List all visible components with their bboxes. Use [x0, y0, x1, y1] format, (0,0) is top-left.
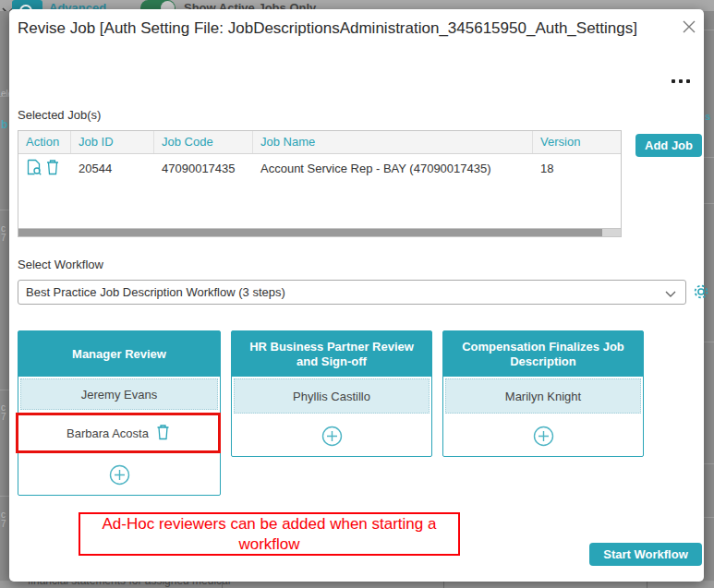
table-row: 20544 47090017435 Account Service Rep - …: [18, 154, 621, 182]
start-workflow-button[interactable]: Start Workflow: [589, 543, 702, 566]
table-header-row: Action Job ID Job Code Job Name Version: [18, 131, 621, 154]
bg-text-fragment: s: [705, 111, 710, 122]
close-icon[interactable]: [682, 19, 696, 34]
add-reviewer-button[interactable]: [232, 415, 431, 456]
column-header-version[interactable]: Version: [533, 131, 621, 153]
workflow-step-column: HR Business Partner Review and Sign-off …: [231, 330, 432, 457]
workflow-steps: Manager Review Jeremy Evans Barbara Acos…: [18, 330, 644, 496]
add-job-button[interactable]: Add Job: [635, 134, 702, 157]
bg-text-fragment: b: [1, 118, 7, 131]
revise-job-dialog: Revise Job [Auth Setting File: JobDescri…: [9, 9, 704, 582]
selected-jobs-table: Action Job ID Job Code Job Name Version …: [18, 130, 622, 229]
bg-text-fragment: 7: [1, 412, 6, 422]
table-horizontal-scrollbar[interactable]: [18, 229, 622, 237]
more-options-icon[interactable]: [672, 76, 694, 87]
workflow-dropdown-value: Best Practice Job Description Workflow (…: [26, 285, 285, 299]
workflow-step-header: Manager Review: [18, 331, 220, 377]
chevron-down-icon: [665, 284, 676, 301]
bg-text-fragment: 7: [1, 519, 6, 529]
remove-reviewer-trash-icon[interactable]: [156, 424, 170, 443]
member-name: Phyllis Castillo: [293, 390, 370, 403]
workflow-member[interactable]: Marilyn Knight: [445, 378, 641, 414]
plus-circle-icon: [533, 426, 554, 447]
cell-version: 18: [533, 162, 621, 175]
workflow-member[interactable]: Phyllis Castillo: [234, 378, 430, 414]
adhoc-annotation: Ad-Hoc reviewers can be added when start…: [79, 512, 460, 556]
add-reviewer-button[interactable]: [18, 454, 220, 495]
column-header-action[interactable]: Action: [18, 131, 71, 153]
delete-job-icon[interactable]: [46, 159, 59, 178]
member-name: Barbara Acosta: [67, 426, 149, 440]
bg-text-fragment: 7: [1, 233, 6, 243]
plus-circle-icon: [321, 426, 343, 447]
member-name: Jeremy Evans: [81, 388, 157, 402]
dialog-title: Revise Job [Auth Setting File: JobDescri…: [18, 18, 655, 39]
workflow-settings-gear-icon[interactable]: [692, 282, 710, 301]
cell-job-name: Account Service Rep - BAY (47090017435): [253, 162, 533, 175]
cell-job-code: 47090017435: [154, 162, 253, 175]
cell-job-id: 20544: [71, 162, 154, 175]
scrollbar-thumb[interactable]: [18, 229, 602, 236]
column-header-job-id[interactable]: Job ID: [71, 131, 154, 153]
workflow-step-header: Compensation Finalizes Job Description: [443, 331, 643, 377]
workflow-member[interactable]: Jeremy Evans: [20, 378, 218, 410]
column-header-job-name[interactable]: Job Name: [253, 131, 533, 153]
workflow-member-adhoc-highlighted[interactable]: Barbara Acosta: [16, 413, 221, 453]
workflow-dropdown[interactable]: Best Practice Job Description Workflow (…: [18, 280, 686, 305]
member-name: Marilyn Knight: [505, 390, 581, 403]
bg-text-fragment: financial statements for assigned medica…: [28, 581, 230, 587]
preview-job-icon[interactable]: [26, 159, 42, 178]
plus-circle-icon: [109, 464, 130, 486]
background-bottom-edge: financial statements for assigned medica…: [0, 581, 714, 588]
workflow-step-column: Manager Review Jeremy Evans Barbara Acos…: [18, 330, 221, 496]
add-reviewer-button[interactable]: [443, 415, 643, 456]
select-workflow-label: Select Workflow: [18, 258, 103, 271]
workflow-step-header: HR Business Partner Review and Sign-off: [232, 331, 431, 377]
workflow-step-column: Compensation Finalizes Job Description M…: [442, 330, 644, 457]
selected-jobs-label: Selected Job(s): [18, 108, 101, 122]
column-header-job-code[interactable]: Job Code: [154, 131, 253, 153]
